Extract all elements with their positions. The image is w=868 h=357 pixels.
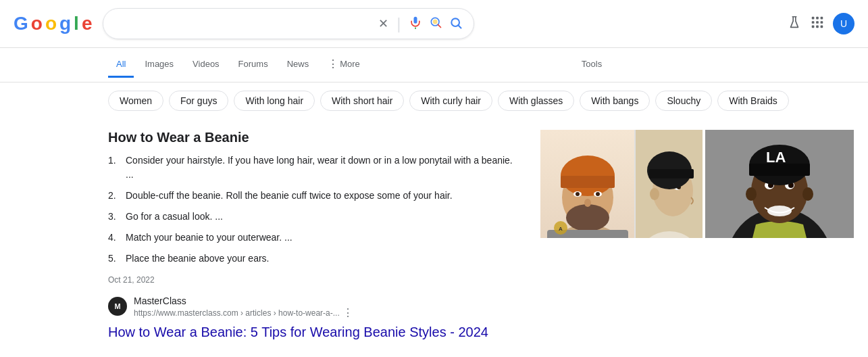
step-1: Consider your hairstyle. If you have lon… <box>108 153 513 182</box>
divider: | <box>397 14 401 33</box>
svg-rect-14 <box>816 25 819 28</box>
chip-with-long-hair[interactable]: With long hair <box>234 91 315 111</box>
search-box: how to wear a beanie ✕ | <box>103 8 474 39</box>
source-url: https://www.masterclass.com › articles ›… <box>134 306 353 319</box>
chip-for-guys[interactable]: For guys <box>169 91 228 111</box>
source-row: M MasterClass https://www.masterclass.co… <box>108 295 513 319</box>
tab-news[interactable]: News <box>279 52 317 78</box>
svg-line-6 <box>459 25 461 28</box>
right-column: A <box>540 130 854 341</box>
chip-with-curly-hair[interactable]: With curly hair <box>409 91 492 111</box>
chip-with-bangs[interactable]: With bangs <box>580 91 650 111</box>
svg-rect-7 <box>812 16 815 19</box>
svg-rect-15 <box>821 25 823 28</box>
chip-with-braids[interactable]: With Braids <box>717 91 789 111</box>
svg-rect-10 <box>812 21 815 24</box>
tab-images[interactable]: Images <box>136 52 182 78</box>
apps-icon[interactable] <box>810 15 825 33</box>
svg-text:LA: LA <box>766 149 786 166</box>
logo-letter-e: e <box>82 13 93 34</box>
clear-icon[interactable]: ✕ <box>378 16 388 31</box>
image-left[interactable]: A <box>540 130 703 238</box>
svg-point-39 <box>767 206 792 216</box>
svg-point-25 <box>584 199 591 207</box>
svg-point-47 <box>746 187 757 201</box>
tab-forums[interactable]: Forums <box>230 52 276 78</box>
svg-rect-36 <box>649 169 694 178</box>
more-dots-icon: ⋮ <box>328 57 338 70</box>
step-2: Double-cuff the beanie. Roll the beanie … <box>108 189 513 203</box>
result-date: Oct 21, 2022 <box>108 275 513 285</box>
chip-with-glasses[interactable]: With glasses <box>498 91 574 111</box>
svg-point-18 <box>566 204 609 231</box>
avatar[interactable]: U <box>833 13 854 34</box>
chip-women[interactable]: Women <box>108 91 163 111</box>
tab-more[interactable]: ⋮ More <box>320 51 368 79</box>
source-more-icon[interactable]: ⋮ <box>342 306 353 319</box>
svg-rect-11 <box>816 21 819 24</box>
svg-point-24 <box>596 192 600 196</box>
svg-rect-8 <box>816 16 819 19</box>
nav-tabs: All Images Videos Forums News ⋮ More Too… <box>0 48 868 82</box>
logo-letter-g2: g <box>59 13 71 34</box>
search-icons: ✕ | <box>378 14 463 33</box>
person-black-beanie-profile <box>636 130 703 238</box>
logo-letter-o1: o <box>31 13 43 34</box>
result-steps: Consider your hairstyle. If you have lon… <box>108 153 513 266</box>
search-input[interactable]: how to wear a beanie <box>114 18 373 30</box>
svg-text:A: A <box>559 226 563 232</box>
result-title: How to Wear a Beanie <box>108 130 513 145</box>
svg-rect-9 <box>821 16 823 19</box>
tab-videos[interactable]: Videos <box>184 52 228 78</box>
source-name: MasterClass <box>134 295 353 306</box>
logo-letter-l: l <box>74 13 79 34</box>
svg-point-48 <box>802 187 813 201</box>
svg-point-23 <box>576 192 580 196</box>
logo-letter-o2: o <box>45 13 57 34</box>
chip-with-short-hair[interactable]: With short hair <box>320 91 404 111</box>
svg-line-4 <box>438 24 441 27</box>
logo-letter-g: G <box>14 13 28 34</box>
step-3: Go for a casual look. ... <box>108 210 513 224</box>
tab-tools[interactable]: Tools <box>573 52 610 78</box>
lab-icon[interactable] <box>787 15 802 33</box>
svg-rect-12 <box>821 21 823 24</box>
google-logo: Google <box>14 13 92 34</box>
tab-more-label: More <box>340 59 360 69</box>
svg-point-3 <box>433 19 438 24</box>
step-4: Match your beanie to your outerwear. ... <box>108 231 513 245</box>
image-grid: A <box>540 130 854 238</box>
chip-slouchy[interactable]: Slouchy <box>655 91 712 111</box>
main-content: How to Wear a Beanie Consider your hairs… <box>0 119 868 352</box>
step-5: Place the beanie above your ears. <box>108 252 513 266</box>
image-right[interactable]: LA <box>705 130 854 238</box>
header-right: U <box>787 13 854 34</box>
lens-icon[interactable] <box>429 16 442 32</box>
source-info: MasterClass https://www.masterclass.com … <box>134 295 353 319</box>
search-button[interactable] <box>449 16 463 32</box>
filter-chips: Women For guys With long hair With short… <box>0 82 868 119</box>
source-logo: M <box>108 297 127 316</box>
svg-point-32 <box>650 188 659 200</box>
tab-all[interactable]: All <box>108 52 134 78</box>
result-link[interactable]: How to Wear a Beanie: 5 Tips for Wearing… <box>108 325 488 339</box>
svg-rect-0 <box>414 16 417 23</box>
person-orange-beanie: A <box>540 130 634 238</box>
header: Google how to wear a beanie ✕ | <box>0 0 868 48</box>
voice-icon[interactable] <box>409 16 422 32</box>
svg-rect-20 <box>561 176 615 188</box>
svg-rect-13 <box>812 25 815 28</box>
left-column: How to Wear a Beanie Consider your hairs… <box>108 130 513 341</box>
